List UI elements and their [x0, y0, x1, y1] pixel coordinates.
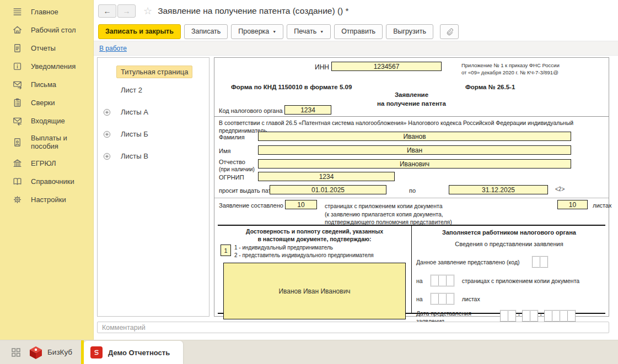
- send-button[interactable]: Отправить: [334, 24, 383, 39]
- tab-label: Листы А: [116, 106, 153, 118]
- pages-note-line1: страницах с приложением копии документа: [325, 202, 529, 210]
- date-month-cells: [522, 310, 538, 322]
- sidebar-item-label: Справочники: [31, 177, 74, 186]
- code-cell: [544, 310, 552, 322]
- save-button[interactable]: Записать: [184, 24, 228, 39]
- sidebar-item-reports[interactable]: Отчеты: [0, 39, 93, 57]
- forward-button[interactable]: →: [117, 4, 136, 18]
- surname-input[interactable]: [258, 132, 571, 141]
- sidebar-item-reconciliation[interactable]: Сверки: [0, 94, 93, 112]
- patent-to-input[interactable]: [449, 185, 548, 194]
- pages-note-line2: (к заявлению прилагается копия документа…: [325, 210, 529, 219]
- attachment-button[interactable]: [440, 24, 459, 39]
- export-button[interactable]: Выгрузить: [386, 24, 433, 39]
- sidebar-item-letters[interactable]: Письма: [0, 75, 93, 94]
- code-cell: [567, 310, 576, 322]
- annex-note: Приложение № 1 к приказу ФНС России от «…: [461, 62, 560, 77]
- date-separator: .: [518, 310, 520, 317]
- form-title: Заявление на получение патента: [214, 91, 609, 108]
- patronymic-input[interactable]: [258, 159, 571, 169]
- favorite-star-icon[interactable]: ☆: [143, 5, 152, 17]
- code-cell: [446, 275, 454, 286]
- tab-sheet-2[interactable]: Лист 2: [98, 82, 209, 99]
- person-document-icon: [12, 137, 23, 148]
- sidebar-item-label: Письма: [31, 80, 56, 89]
- expand-icon[interactable]: [103, 153, 111, 160]
- paperclip-icon: [445, 28, 454, 36]
- save-label: Записать: [191, 28, 221, 35]
- tab-sheets-b[interactable]: Листы Б: [98, 126, 209, 143]
- save-close-label: Записать и закрыть: [105, 28, 174, 35]
- submitted-code-row: Данное заявление представлено (код): [416, 256, 602, 268]
- divider: [214, 116, 609, 117]
- chevron-down-icon: ▼: [320, 30, 324, 34]
- back-button[interactable]: ←: [98, 4, 116, 18]
- tax-code-input[interactable]: [284, 105, 331, 115]
- check-label: Проверка: [238, 28, 269, 35]
- application-window: Главное Рабочий стол Отчеты Уведомления …: [0, 0, 618, 364]
- ogrnip-label: ОГРНИП: [219, 174, 244, 181]
- sidebar-item-benefits[interactable]: Выплаты и пособия: [0, 130, 93, 154]
- sidebar-item-directories[interactable]: Справочники: [0, 172, 93, 191]
- official-pages-row: на страницах с приложением копии докумен…: [416, 275, 602, 286]
- inn-input[interactable]: [331, 62, 442, 71]
- confirm-code-input[interactable]: 1: [221, 245, 231, 256]
- print-button[interactable]: Печать▼: [287, 24, 331, 39]
- expand-icon[interactable]: [103, 108, 111, 116]
- signature-section: Достоверность и полноту сведений, указан…: [218, 225, 605, 314]
- main-area: ← → ☆ Заявление на получение патента (со…: [94, 0, 618, 340]
- code-cell: [438, 293, 447, 305]
- ogrnip-input[interactable]: [258, 172, 395, 181]
- app-grid-icon[interactable]: [12, 348, 20, 357]
- sidebar-item-notifications[interactable]: Уведомления: [0, 57, 93, 75]
- surname-label: Фамилия: [219, 134, 245, 140]
- date-year-cells: [544, 310, 576, 322]
- app-name: БизКуб: [47, 348, 72, 356]
- print-label: Печать: [294, 28, 316, 35]
- comment-input[interactable]: [97, 322, 609, 333]
- bizkub-logo-icon[interactable]: [29, 345, 43, 360]
- tab-title-page[interactable]: Титульная страница: [98, 63, 209, 80]
- code-cell: [431, 293, 439, 305]
- sidebar-item-egrul[interactable]: ЕГРЮЛ: [0, 154, 93, 172]
- patronymic-label: Отчество (при наличии): [219, 159, 255, 173]
- tab-label: Листы Б: [116, 128, 153, 140]
- sidebar-item-label: ЕГРЮЛ: [31, 159, 56, 167]
- document-icon: [12, 43, 23, 53]
- tab-sheets-a[interactable]: Листы А: [98, 104, 209, 121]
- patronymic-label-line1: Отчество: [219, 159, 255, 166]
- bank-icon: [12, 158, 23, 169]
- status-state-link[interactable]: В работе: [99, 45, 127, 52]
- confirmation-title-line1: Достоверность и полноту сведений, указан…: [218, 228, 411, 236]
- confirmation-title-line2: в настоящем документе, подтверждаю:: [218, 236, 411, 243]
- sidebar-item-label: Выплаты и пособия: [31, 134, 93, 150]
- toolbar: Записать и закрыть Записать Проверка▼ Пе…: [94, 22, 618, 41]
- sheets-cells: [431, 293, 454, 305]
- send-label: Отправить: [341, 28, 375, 35]
- sidebar-item-settings[interactable]: Настройки: [0, 191, 93, 209]
- tab-sheets-v[interactable]: Листы В: [98, 148, 209, 165]
- save-close-button[interactable]: Записать и закрыть: [98, 24, 181, 39]
- firstname-input[interactable]: [258, 145, 571, 155]
- sheets-count-input[interactable]: [557, 200, 588, 209]
- window-tab-demo[interactable]: Демо Отчетность: [84, 341, 183, 364]
- tax-code-label: Код налогового органа: [219, 107, 283, 114]
- expand-icon[interactable]: [103, 131, 111, 138]
- representative-fio-input[interactable]: Иванов Иван Иванович: [223, 263, 406, 319]
- tab-label: Титульная страница: [116, 66, 192, 78]
- sidebar-item-main[interactable]: Главное: [0, 3, 93, 21]
- pages-count-input[interactable]: [285, 200, 317, 209]
- code-cell: [552, 310, 560, 322]
- window-header: ← → ☆ Заявление на получение патента (со…: [94, 0, 618, 22]
- export-label: Выгрузить: [393, 28, 426, 35]
- patent-from-input[interactable]: [270, 185, 386, 194]
- date-separator: .: [540, 310, 542, 317]
- window-tab-label: Демо Отчетность: [108, 349, 170, 357]
- sidebar-item-desktop[interactable]: Рабочий стол: [0, 21, 93, 39]
- on-label: на: [416, 296, 423, 302]
- inn-label: ИНН: [308, 63, 329, 71]
- sidebar: Главное Рабочий стол Отчеты Уведомления …: [0, 0, 94, 340]
- mail-out-icon: [12, 79, 23, 90]
- sidebar-item-inbox[interactable]: Входящие: [0, 112, 93, 130]
- check-button[interactable]: Проверка▼: [231, 24, 283, 39]
